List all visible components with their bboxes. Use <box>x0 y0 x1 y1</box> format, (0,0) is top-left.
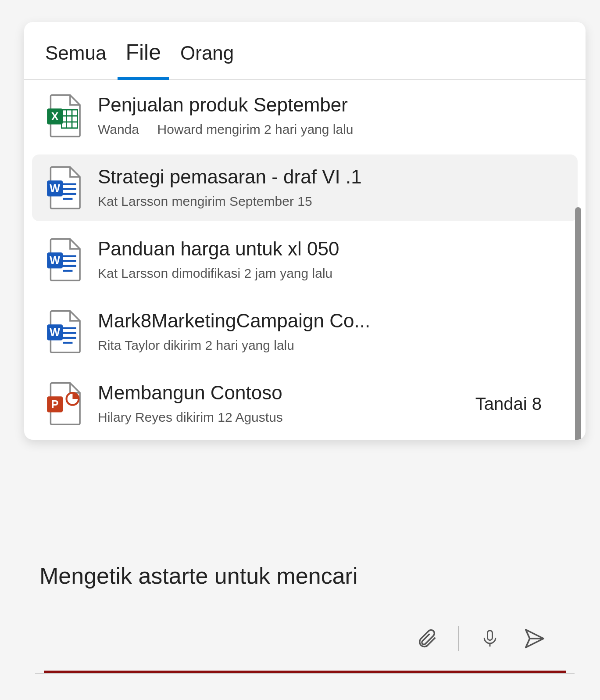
result-row[interactable]: P Membangun ContosoHilary Reyes dikirim … <box>24 368 586 440</box>
svg-text:W: W <box>50 182 60 194</box>
word-file-icon: W <box>45 166 83 210</box>
results-list: X Penjualan produk SeptemberWanda Howard… <box>24 80 586 440</box>
scrollbar-thumb[interactable] <box>575 207 581 440</box>
result-subtitle: Kat Larsson dimodifikasi 2 jam yang lalu <box>98 266 568 281</box>
attach-icon <box>415 626 438 651</box>
tab-all[interactable]: Semua <box>37 42 114 79</box>
send-icon <box>521 627 548 650</box>
tabs-row: Semua File Orang <box>24 22 586 80</box>
result-row[interactable]: W Strategi pemasaran - draf VI .1Kat Lar… <box>32 154 578 221</box>
compose-area: Mengetik astarte untuk mencari <box>35 557 575 661</box>
result-subtitle: Rita Taylor dikirim 2 hari yang lalu <box>98 338 568 353</box>
powerpoint-file-icon: P <box>45 382 83 426</box>
bottom-accent-bar <box>44 671 566 673</box>
send-button[interactable] <box>521 625 548 652</box>
mic-button[interactable] <box>476 625 504 652</box>
mic-icon <box>480 625 500 652</box>
result-title: Strategi pemasaran - draf VI .1 <box>98 166 568 188</box>
result-row[interactable]: X Penjualan produk SeptemberWanda Howard… <box>24 80 586 152</box>
svg-text:P: P <box>51 398 59 410</box>
compose-input[interactable]: Mengetik astarte untuk mencari <box>35 557 575 594</box>
result-text: Penjualan produk SeptemberWanda Howard m… <box>98 94 568 137</box>
tab-files[interactable]: File <box>118 39 169 80</box>
result-title: Penjualan produk September <box>98 94 568 116</box>
result-badge: Tandai 8 <box>475 394 568 414</box>
svg-text:W: W <box>50 254 60 266</box>
compose-actions <box>35 594 575 661</box>
result-text: Membangun ContosoHilary Reyes dikirim 12… <box>98 382 461 425</box>
result-text: Panduan harga untuk xl 050Kat Larsson di… <box>98 238 568 281</box>
svg-text:X: X <box>51 110 59 122</box>
result-title: Mark8MarketingCampaign Co... <box>98 310 568 332</box>
result-subtitle: Wanda Howard mengirim 2 hari yang lalu <box>98 122 568 137</box>
result-title: Membangun Contoso <box>98 382 461 404</box>
search-results-popup: Semua File Orang X Penjualan produk Sept… <box>24 22 586 440</box>
svg-text:W: W <box>50 326 60 338</box>
divider <box>458 626 459 651</box>
svg-rect-28 <box>488 631 493 640</box>
attach-button[interactable] <box>413 625 440 652</box>
result-subtitle: Kat Larsson mengirim September 15 <box>98 194 568 209</box>
result-row[interactable]: W Panduan harga untuk xl 050Kat Larsson … <box>24 224 586 296</box>
word-file-icon: W <box>45 238 83 282</box>
tab-people[interactable]: Orang <box>172 42 242 79</box>
word-file-icon: W <box>45 310 83 354</box>
excel-file-icon: X <box>45 94 83 138</box>
bottom-edge <box>35 673 575 674</box>
result-title: Panduan harga untuk xl 050 <box>98 238 568 260</box>
result-text: Strategi pemasaran - draf VI .1Kat Larss… <box>98 166 568 209</box>
result-subtitle: Hilary Reyes dikirim 12 Agustus <box>98 410 461 425</box>
result-text: Mark8MarketingCampaign Co...Rita Taylor … <box>98 310 568 353</box>
result-row[interactable]: W Mark8MarketingCampaign Co...Rita Taylo… <box>24 296 586 368</box>
